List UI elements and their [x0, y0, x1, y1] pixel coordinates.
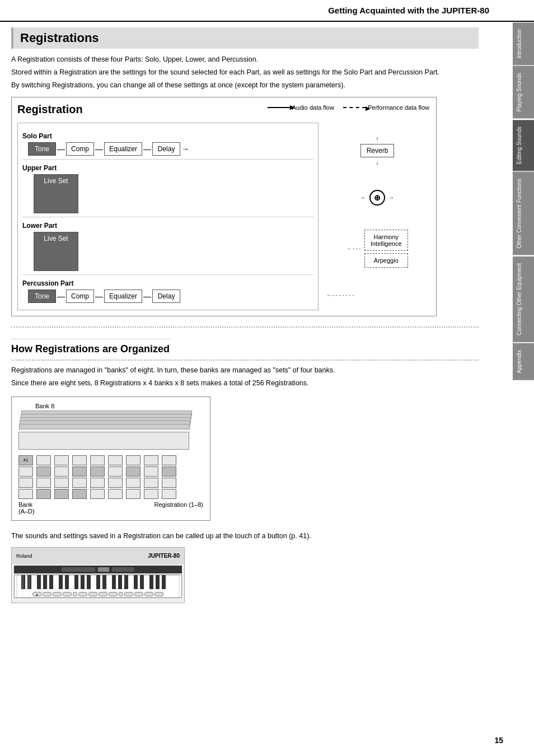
bottom-text: The sounds and settings saved in a Regis… — [11, 531, 479, 542]
svg-rect-4 — [43, 575, 47, 589]
svg-rect-13 — [112, 575, 116, 589]
bank-cell — [144, 489, 158, 499]
bank-cell — [162, 489, 176, 499]
solo-eq-box: Equalizer — [104, 142, 142, 156]
dotted-rule-2 — [11, 360, 479, 361]
page-number: 15 — [494, 736, 503, 745]
solo-arrow-4: → — [181, 144, 189, 153]
bank-cell — [90, 478, 105, 488]
bank8-label: Bank 8 — [35, 403, 54, 409]
reg-para-1: A Registration consists of these four Pa… — [11, 54, 479, 65]
bank-cell — [18, 489, 33, 499]
bank-cell — [90, 466, 105, 477]
header-title: Getting Acquainted with the JUPITER-80 — [328, 6, 489, 15]
bank-cell — [126, 455, 140, 465]
bank-cell — [72, 489, 87, 499]
mix-circle: ⊕ — [369, 190, 385, 206]
upper-part-label: Upper Part — [22, 164, 313, 172]
lower-live-set-box: Live Set — [34, 232, 78, 271]
svg-rect-15 — [124, 575, 128, 589]
how-organized-heading: How Registrations are Organized — [11, 343, 170, 355]
reg-para-3: By switching Registrations, you can chan… — [11, 80, 479, 91]
audio-flow-legend: Audio data flow — [268, 104, 334, 111]
bank-cell — [126, 478, 140, 488]
sidebar-tab-introduction[interactable]: Introduction — [513, 22, 534, 65]
bank-cell — [162, 466, 176, 477]
bank-cell — [72, 478, 87, 488]
bank-labels: Bank (A–D) Registration (1–8) — [18, 501, 203, 515]
bank-cell — [54, 478, 69, 488]
registrations-heading: Registrations — [11, 27, 479, 49]
bank-cell — [126, 489, 140, 499]
page-header: Getting Acquainted with the JUPITER-80 — [0, 0, 534, 22]
bank-cell — [90, 455, 105, 465]
bank-cell — [18, 478, 33, 488]
svg-rect-2 — [27, 575, 31, 589]
how-organized-section: How Registrations are Organized Registra… — [11, 326, 479, 603]
svg-rect-20 — [162, 575, 166, 589]
upper-live-set-box: Live Set — [34, 174, 78, 213]
bank-cell — [36, 489, 51, 499]
sidebar-tab-editing-sounds[interactable]: Editing Sounds — [513, 120, 534, 171]
svg-rect-19 — [156, 575, 160, 589]
bank-cell — [144, 466, 158, 477]
lower-part-row: Lower Part Live Set — [22, 222, 313, 271]
solo-tone-box: Tone — [28, 142, 56, 156]
bank-cell — [54, 466, 69, 477]
svg-rect-14 — [118, 575, 122, 589]
bank-cell — [162, 455, 176, 465]
sidebar-tab-playing-sounds[interactable]: Playing Sounds — [513, 66, 534, 119]
performance-flow-legend: Performance data flow — [343, 104, 429, 111]
svg-rect-10 — [87, 575, 91, 589]
percussion-signal-chain: Tone — Comp — Equalizer — Delay — [28, 290, 313, 303]
perc-arrow-2: — — [95, 292, 103, 301]
svg-rect-7 — [65, 575, 69, 589]
solo-arrow-3: — — [143, 144, 151, 153]
bank-cell — [72, 455, 87, 465]
percussion-delay-box: Delay — [152, 290, 180, 303]
percussion-part-label: Percussion Part — [22, 279, 313, 287]
lower-part-label: Lower Part — [22, 222, 313, 230]
bank-diagram: Bank 8 Bank 1 A1 — [11, 396, 210, 521]
dotted-rule — [11, 326, 479, 328]
bank-cell — [90, 489, 105, 499]
svg-rect-9 — [81, 575, 85, 589]
bank-cell — [108, 489, 123, 499]
how-org-para-1: Registrations are managed in "banks" of … — [11, 365, 479, 376]
svg-rect-3 — [37, 575, 41, 589]
bank-cell — [144, 478, 158, 488]
bank-cell — [36, 455, 51, 465]
percussion-comp-box: Comp — [66, 290, 94, 303]
solo-arrow-2: — — [95, 144, 103, 153]
upper-part-row: Upper Part Live Set — [22, 164, 313, 213]
perc-arrow-3: — — [143, 292, 151, 301]
svg-rect-5 — [49, 575, 53, 589]
sidebar-tab-appendix[interactable]: Appendix — [513, 343, 534, 380]
bank-cell — [18, 466, 33, 477]
percussion-eq-box: Equalizer — [104, 290, 142, 303]
bank-cell — [108, 466, 123, 477]
how-org-para-2: Since there are eight sets, 8 Registrati… — [11, 378, 479, 389]
diagram-title: Registration — [17, 103, 83, 116]
sidebar-tabs: Introduction Playing Sounds Editing Soun… — [513, 22, 534, 380]
sidebar-tab-connecting[interactable]: Connecting Other Equipment — [513, 256, 534, 342]
svg-rect-12 — [102, 575, 106, 589]
solo-signal-chain: Tone — Comp — Equalizer — Delay → — [28, 142, 313, 156]
harmony-box: Harmony Intelligence — [364, 230, 408, 251]
solo-comp-box: Comp — [66, 142, 94, 156]
solo-part-row: Solo Part Tone — Comp — Equalizer — Dela… — [22, 132, 313, 156]
percussion-part-row: Percussion Part Tone — Comp — Equalizer … — [22, 279, 313, 303]
svg-rect-16 — [134, 575, 138, 589]
main-content: Registrations A Registration consists of… — [0, 22, 509, 620]
keyboard-brand: Roland — [16, 553, 32, 559]
percussion-tone-box: Tone — [28, 290, 56, 303]
bank-cell — [54, 455, 69, 465]
sidebar-tab-other-functions[interactable]: Other Convenient Functions — [513, 172, 534, 255]
registration-label: Registration (1–8) — [154, 501, 203, 515]
solo-delay-box: Delay — [152, 142, 180, 156]
reg-para-2: Stored within a Registration are the set… — [11, 67, 479, 78]
arpeggio-box: Arpeggio — [364, 253, 408, 268]
bank-cell: A1 — [18, 455, 33, 465]
keyboard-model: JUPITER-80 — [148, 553, 180, 559]
svg-rect-11 — [96, 575, 100, 589]
